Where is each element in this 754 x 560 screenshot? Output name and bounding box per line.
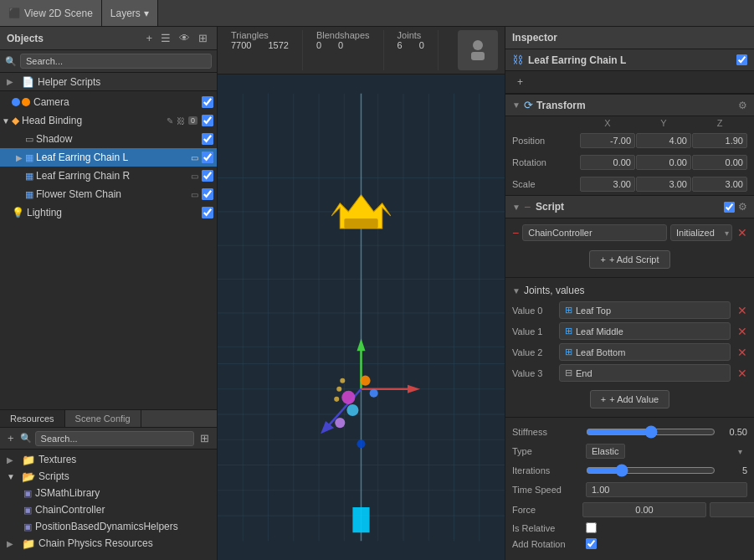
- type-select[interactable]: Elastic Rigid Soft: [586, 444, 625, 459]
- joint-2-remove-icon[interactable]: ✕: [737, 346, 747, 359]
- timespeed-input[interactable]: [586, 482, 747, 497]
- isrelative-checkbox[interactable]: [586, 522, 597, 533]
- rotation-y-input[interactable]: [636, 155, 691, 170]
- layers-dropdown[interactable]: Layers ▾: [102, 0, 158, 26]
- resource-item-scripts[interactable]: ▼ 📂 Scripts: [0, 468, 217, 485]
- joint-1-remove-icon[interactable]: ✕: [737, 325, 747, 338]
- joints-header[interactable]: ▼ Joints, values: [512, 281, 747, 300]
- svg-point-51: [346, 404, 358, 416]
- stiffness-slider-container: 0.50: [586, 425, 747, 439]
- scene-viewport[interactable]: [218, 74, 505, 560]
- force-x-input[interactable]: [582, 502, 706, 517]
- camera-dot: [12, 98, 20, 106]
- position-x-input[interactable]: [580, 133, 635, 148]
- objects-menu-button[interactable]: ☰: [158, 30, 173, 46]
- stiffness-slider[interactable]: [586, 425, 716, 439]
- scale-z-input[interactable]: [692, 177, 747, 192]
- script-gear-icon[interactable]: ⚙: [738, 201, 747, 213]
- add-script-button[interactable]: + + Add Script: [589, 250, 669, 269]
- scale-y-input[interactable]: [636, 177, 691, 192]
- force-y-input[interactable]: [710, 502, 754, 517]
- sidebar-item-leaf-earring-chain-l[interactable]: ▶ ▦ Leaf Earring Chain L ▭: [0, 148, 217, 167]
- sidebar-item-flower-stem-chain[interactable]: ▦ Flower Stem Chain ▭: [0, 185, 217, 203]
- joint-0-value-button[interactable]: ⊞ Leaf Top: [559, 301, 731, 319]
- sidebar-item-head-binding[interactable]: ▼ ◆ Head Binding ✎ ⛓ 0: [0, 111, 217, 130]
- sidebar-item-camera[interactable]: Camera: [0, 93, 217, 111]
- resources-panel: Resources Scene Config + 🔍 ⊞ ▶ 📁 Texture…: [0, 409, 217, 560]
- tab-resources[interactable]: Resources: [0, 410, 65, 427]
- add-value-button[interactable]: + + Add Value: [590, 390, 669, 408]
- sidebar-item-helper-scripts[interactable]: ▶ 📄 Helper Scripts: [0, 73, 217, 91]
- lecl-checkbox[interactable]: [202, 152, 213, 163]
- resource-item-posbaseddynamics[interactable]: ▣ PositionBasedDynamicsHelpers: [0, 518, 217, 535]
- object-active-checkbox[interactable]: [736, 54, 747, 65]
- joint-2-value-button[interactable]: ⊞ Leaf Bottom: [559, 343, 731, 361]
- isrelative-row: Is Relative: [512, 520, 747, 536]
- objects-search-bar: 🔍: [0, 50, 217, 73]
- inspector-add-button[interactable]: +: [510, 74, 530, 90]
- addrotation-row: Add Rotation: [512, 536, 747, 552]
- svg-rect-1: [471, 52, 485, 60]
- camera-checkbox[interactable]: [202, 96, 213, 108]
- isrelative-label: Is Relative: [512, 523, 579, 533]
- resources-search-input[interactable]: [35, 431, 194, 446]
- fsc-checkbox[interactable]: [202, 188, 213, 200]
- scripts-expand-icon: ▼: [7, 472, 18, 481]
- resources-filter-button[interactable]: ⊞: [197, 430, 212, 446]
- head-binding-label: Head Binding: [22, 115, 165, 126]
- camera-actions: [202, 96, 213, 108]
- resource-item-chainphysics[interactable]: ▶ 📁 Chain Physics Resources: [0, 535, 217, 552]
- shadow-checkbox[interactable]: [202, 133, 213, 145]
- chaincontroller-icon: ▣: [23, 505, 32, 516]
- scale-x-input[interactable]: [580, 177, 635, 192]
- resource-item-chaincontroller[interactable]: ▣ ChainController: [0, 501, 217, 518]
- properties-section: Stiffness 0.50 Type Elastic Rigid Soft: [505, 417, 754, 557]
- joints-label: Joints: [398, 30, 424, 40]
- add-resource-button[interactable]: +: [5, 430, 17, 446]
- tab-scene-config[interactable]: Scene Config: [65, 410, 141, 427]
- transform-gear-icon[interactable]: ⚙: [738, 100, 747, 111]
- jsmathlib-icon: ▣: [23, 488, 32, 499]
- sidebar-item-leaf-earring-chain-r[interactable]: ▦ Leaf Earring Chain R ▭: [0, 167, 217, 185]
- scene-view-button[interactable]: ⬛ View 2D Scene: [0, 0, 102, 26]
- joint-1-value-button[interactable]: ⊞ Leaf Middle: [559, 322, 731, 340]
- joint-3-value-button[interactable]: ⊟ End: [559, 364, 731, 382]
- position-z-input[interactable]: [692, 133, 747, 148]
- svg-point-52: [335, 418, 345, 428]
- joint-3-remove-icon[interactable]: ✕: [737, 367, 747, 380]
- joint-0-remove-icon[interactable]: ✕: [737, 304, 747, 317]
- lecr-checkbox[interactable]: [202, 170, 213, 182]
- rotation-x-input[interactable]: [580, 155, 635, 170]
- fsc-label: Flower Stem Chain: [36, 188, 189, 200]
- object-name: Leaf Earring Chain L: [528, 54, 731, 66]
- add-value-label: + Add Value: [609, 394, 659, 404]
- lighting-checkbox[interactable]: [202, 207, 213, 218]
- script-name-button[interactable]: ChainController: [522, 224, 667, 241]
- sidebar-item-shadow[interactable]: ▭ Shadow: [0, 130, 217, 148]
- script-section-header[interactable]: ▼ − Script ⚙: [505, 195, 754, 218]
- script-remove-icon[interactable]: ✕: [737, 226, 747, 239]
- joint-1-icon: ⊞: [565, 326, 572, 337]
- transform-section-label: Transform: [536, 100, 735, 111]
- script-status-dropdown[interactable]: Initialized Running Stopped: [670, 224, 732, 241]
- svg-rect-41: [344, 218, 377, 229]
- textures-label: Textures: [38, 454, 76, 465]
- objects-search-input[interactable]: [20, 54, 212, 69]
- rotation-z-input[interactable]: [692, 155, 747, 170]
- position-y-input[interactable]: [636, 133, 691, 148]
- resource-item-jsmathlib[interactable]: ▣ JSMathLibrary: [0, 485, 217, 501]
- resource-item-textures[interactable]: ▶ 📁 Textures: [0, 451, 217, 468]
- objects-filter-button[interactable]: ⊞: [196, 30, 210, 46]
- script-enabled-checkbox[interactable]: [724, 202, 735, 213]
- blendshapes-label: Blendshapes: [316, 30, 370, 40]
- objects-visibility-button[interactable]: 👁: [177, 30, 192, 46]
- transform-section-header[interactable]: ▼ ⟳ Transform ⚙: [505, 94, 754, 116]
- iterations-slider[interactable]: [586, 464, 716, 477]
- lecr-actions: ▭: [191, 170, 213, 182]
- joint-0-icon: ⊞: [565, 305, 572, 316]
- head-binding-checkbox[interactable]: [202, 115, 213, 126]
- add-object-button[interactable]: +: [143, 30, 155, 46]
- sidebar-item-lighting[interactable]: 💡 Lighting: [0, 203, 217, 222]
- addrotation-checkbox[interactable]: [586, 538, 597, 549]
- joints-caret-icon: ▼: [512, 286, 521, 295]
